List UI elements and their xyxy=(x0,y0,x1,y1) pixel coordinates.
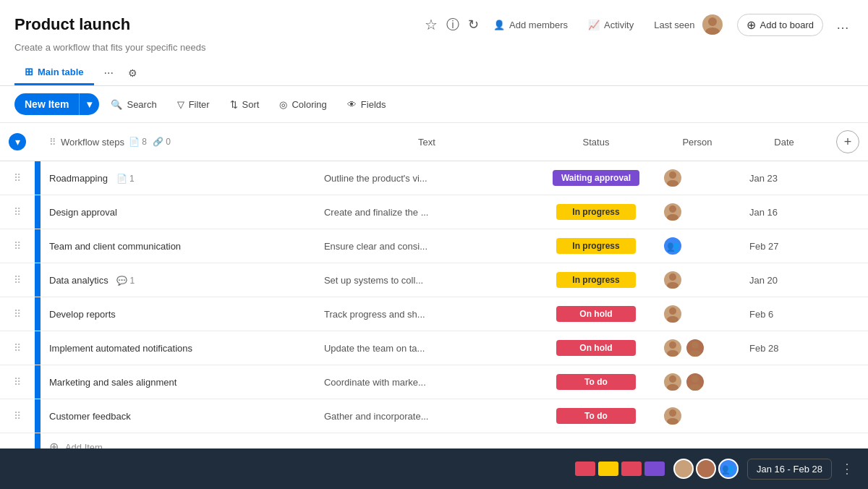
row-drag-handle[interactable]: ⠿ xyxy=(0,161,35,195)
row-person[interactable] xyxy=(654,399,741,433)
row-status[interactable]: To do xyxy=(538,365,654,399)
row-status[interactable]: In progress xyxy=(538,263,654,297)
drag-icon[interactable]: ⠿ xyxy=(14,274,21,286)
drag-icon[interactable]: ⠿ xyxy=(14,206,21,218)
add-column-button[interactable]: + xyxy=(836,130,859,153)
table-body: ⠿Roadmapping 📄 1Outline the product's vi… xyxy=(0,161,868,461)
row-name[interactable]: Data analytics 💬 1 xyxy=(41,263,315,297)
row-drag-handle[interactable]: ⠿ xyxy=(0,331,35,365)
row-text: Update the team on ta... xyxy=(315,331,538,365)
row-person[interactable] xyxy=(654,331,741,365)
add-members-button[interactable]: 👤 Add members xyxy=(488,17,574,33)
row-color-indicator xyxy=(35,263,41,297)
bottom-more-button[interactable]: ⋮ xyxy=(841,461,854,467)
svg-point-4 xyxy=(669,205,676,213)
table-row: ⠿Roadmapping 📄 1Outline the product's vi… xyxy=(0,161,868,195)
last-seen-avatar xyxy=(702,14,723,35)
row-name[interactable]: Team and client communication xyxy=(41,229,315,263)
drag-icon[interactable]: ⠿ xyxy=(14,410,21,422)
row-name[interactable]: Customer feedback xyxy=(41,399,315,433)
filter-icon: ▽ xyxy=(177,99,184,110)
row-date: Feb 6 xyxy=(741,297,827,331)
row-extra xyxy=(827,161,868,195)
row-status[interactable]: Waiting approval xyxy=(538,161,654,195)
drag-icon[interactable]: ⠿ xyxy=(14,376,21,388)
row-name[interactable]: Develop reports xyxy=(41,297,315,331)
row-drag-handle[interactable]: ⠿ xyxy=(0,195,35,229)
row-status[interactable]: On hold xyxy=(538,331,654,365)
svg-point-12 xyxy=(692,341,699,349)
row-status[interactable]: To do xyxy=(538,399,654,433)
row-color-indicator xyxy=(35,331,41,365)
new-item-dropdown-arrow[interactable]: ▾ xyxy=(79,93,99,115)
row-name[interactable]: Marketing and sales alignment xyxy=(41,365,315,399)
row-person[interactable] xyxy=(654,263,741,297)
expand-button[interactable]: ▾ xyxy=(9,133,26,150)
row-name[interactable]: Roadmapping 📄 1 xyxy=(41,161,315,195)
svg-point-8 xyxy=(669,307,676,315)
coloring-icon: ◎ xyxy=(279,99,287,110)
drag-icon[interactable]: ⠿ xyxy=(14,240,21,252)
svg-point-7 xyxy=(667,282,678,289)
add-to-board-button[interactable]: ⊕ Add to board xyxy=(737,14,823,36)
row-extra xyxy=(827,297,868,331)
row-drag-handle[interactable]: ⠿ xyxy=(0,229,35,263)
row-drag-handle[interactable]: ⠿ xyxy=(0,399,35,433)
row-name[interactable]: Implement automated notifications xyxy=(41,331,315,365)
date-range: Jan 16 - Feb 28 xyxy=(747,459,832,468)
row-color-indicator xyxy=(35,229,41,263)
coloring-button[interactable]: ◎ Coloring xyxy=(271,95,335,114)
row-date xyxy=(741,365,827,399)
file-icon: 📄 xyxy=(129,137,140,147)
row-person[interactable]: 👥 xyxy=(654,229,741,263)
row-name[interactable]: Design approval xyxy=(41,195,315,229)
col-expand[interactable]: ▾ xyxy=(0,123,35,161)
svg-point-18 xyxy=(669,409,676,417)
last-seen-area[interactable]: Last seen xyxy=(648,12,728,38)
row-status[interactable]: In progress xyxy=(538,195,654,229)
refresh-icon[interactable]: ↻ xyxy=(468,17,479,33)
svg-point-0 xyxy=(708,17,717,26)
table-row: ⠿Team and client communicationEnsure cle… xyxy=(0,229,868,263)
fields-button[interactable]: 👁 Fields xyxy=(339,95,395,114)
subtitle: Create a workflow that fits your specifi… xyxy=(14,42,854,53)
table-row: ⠿Customer feedbackGather and incorporate… xyxy=(0,399,868,433)
drag-icon[interactable]: ⠿ xyxy=(14,342,21,354)
row-text: Create and finalize the ... xyxy=(315,195,538,229)
row-person[interactable] xyxy=(654,195,741,229)
col-date-header: Date xyxy=(741,123,827,161)
row-drag-handle[interactable]: ⠿ xyxy=(0,263,35,297)
row-drag-handle[interactable]: ⠿ xyxy=(0,365,35,399)
header: Product launch ☆ ⓘ ↻ 👤 Add members 📈 Act… xyxy=(0,0,868,86)
table-header-row: ▾ ⠿ Workflow steps 📄 8 🔗 xyxy=(0,123,868,161)
pill-purple xyxy=(644,462,665,467)
row-color-indicator xyxy=(35,195,41,229)
svg-point-16 xyxy=(692,375,699,383)
table-settings-button[interactable]: ⚙ xyxy=(124,63,142,83)
drag-icon[interactable]: ⠿ xyxy=(14,172,21,184)
more-tabs-button[interactable]: ··· xyxy=(97,61,121,85)
info-icon[interactable]: ⓘ xyxy=(446,16,459,33)
toolbar: New Item ▾ 🔍 Search ▽ Filter ⇅ Sort ◎ Co… xyxy=(0,86,868,123)
row-extra xyxy=(827,229,868,263)
sort-button[interactable]: ⇅ Sort xyxy=(221,95,268,114)
new-item-button[interactable]: New Item ▾ xyxy=(14,93,99,115)
row-person[interactable] xyxy=(654,297,741,331)
search-button[interactable]: 🔍 Search xyxy=(102,95,165,114)
row-status[interactable]: On hold xyxy=(538,297,654,331)
row-drag-handle[interactable]: ⠿ xyxy=(0,297,35,331)
more-options-button[interactable]: … xyxy=(832,14,854,35)
bottom-avatar-2 xyxy=(696,459,716,467)
tab-main-table[interactable]: ⊞ Main table xyxy=(14,60,94,85)
activity-button[interactable]: 📈 Activity xyxy=(582,17,639,33)
col-add-header[interactable]: + xyxy=(827,123,868,161)
row-person[interactable] xyxy=(654,161,741,195)
row-person[interactable] xyxy=(654,365,741,399)
col-status-header: Status xyxy=(538,123,654,161)
star-icon[interactable]: ☆ xyxy=(425,16,438,33)
search-icon: 🔍 xyxy=(111,99,122,110)
svg-point-15 xyxy=(667,384,678,391)
drag-icon[interactable]: ⠿ xyxy=(14,308,21,320)
filter-button[interactable]: ▽ Filter xyxy=(169,95,218,114)
row-status[interactable]: In progress xyxy=(538,229,654,263)
